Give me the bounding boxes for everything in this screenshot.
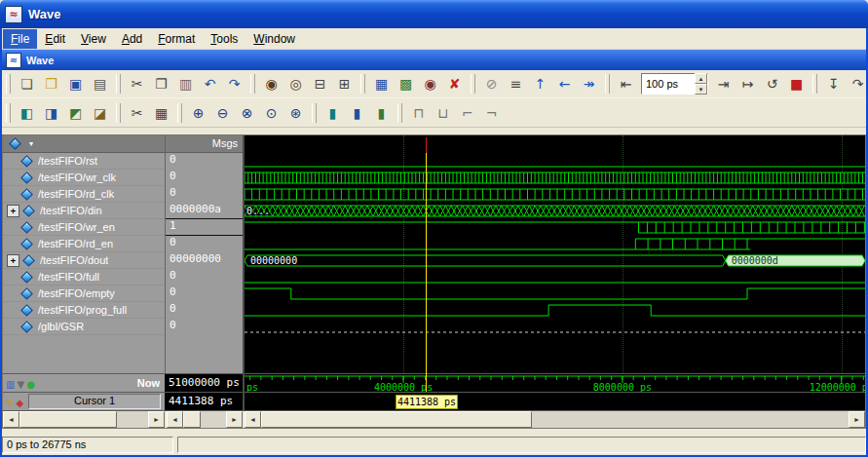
run-length-value[interactable]: 100 ps xyxy=(642,78,695,90)
find-button[interactable]: ◉ xyxy=(260,73,283,95)
signal-row-dout[interactable]: /testFIFO/dout xyxy=(3,252,165,269)
add-cursor-button[interactable]: ◧ xyxy=(16,102,38,124)
waveform-rd_en[interactable] xyxy=(245,236,865,252)
signal-value-rd_clk[interactable]: 0 xyxy=(166,186,243,203)
scroll-right-icon[interactable] xyxy=(148,411,165,428)
cut-wave-button[interactable]: ✂ xyxy=(126,102,148,124)
signal-value-prog_full[interactable]: 0 xyxy=(166,302,243,319)
redo-button[interactable]: ↷ xyxy=(223,73,245,95)
previous-transition-button[interactable]: ← xyxy=(553,73,576,95)
cursor-line[interactable] xyxy=(426,153,427,392)
msgs-column-header[interactable]: Msgs xyxy=(165,135,243,153)
signal-value-dout[interactable]: 00000000 xyxy=(166,252,243,269)
signal-row-empty[interactable]: /testFIFO/empty xyxy=(3,286,165,302)
delete-cursor-button[interactable]: ◨ xyxy=(40,102,62,124)
menu-file[interactable]: File xyxy=(3,29,37,49)
menu-tools[interactable]: Tools xyxy=(203,29,245,49)
pane-titlebar[interactable]: Wave xyxy=(2,50,866,70)
zoom-range-button[interactable]: ⊙ xyxy=(260,102,283,124)
signals-dropdown-icon[interactable] xyxy=(9,137,21,150)
wave-scrollbar[interactable] xyxy=(245,411,865,428)
signal-value-wr_clk[interactable]: 0 xyxy=(166,170,243,186)
waveform-prog_full[interactable] xyxy=(245,302,865,319)
signal-row-prog_full[interactable]: /testFIFO/prog_full xyxy=(3,302,165,319)
spin-down-icon[interactable]: ▼ xyxy=(695,84,707,95)
undo-button[interactable]: ↶ xyxy=(199,73,221,95)
run-button[interactable]: ⇥ xyxy=(712,73,735,95)
window-titlebar[interactable]: Wave xyxy=(0,0,868,28)
expand-icon-din[interactable] xyxy=(7,205,19,217)
timeline-ruler[interactable]: 4000000 ps8000000 ps12000000 psps xyxy=(245,374,865,392)
waveform-wr_clk[interactable] xyxy=(245,170,865,186)
scroll-right-icon[interactable] xyxy=(226,411,243,428)
run-indicator-icon[interactable]: ● xyxy=(26,379,35,390)
waveform-canvas[interactable]: 0...000000000000000d xyxy=(245,135,865,373)
expanded-time-deltas-button[interactable]: ⊓ xyxy=(407,102,430,124)
signal-row-din[interactable]: /testFIFO/din xyxy=(3,203,165,219)
collapse-all-time-button[interactable]: ¬ xyxy=(480,102,503,124)
no-force-button[interactable]: ⊘ xyxy=(480,73,503,95)
names-column-header[interactable]: ▾ xyxy=(3,135,165,153)
signal-row-full[interactable]: /testFIFO/full xyxy=(3,269,165,286)
view-pane-columns-button[interactable]: ▮ xyxy=(370,102,393,124)
signal-row-rd_en[interactable]: /testFIFO/rd_en xyxy=(3,236,165,252)
scroll-left-icon[interactable] xyxy=(245,411,261,428)
expand-all-time-button[interactable]: ⌐ xyxy=(456,102,478,124)
memory-view-button[interactable]: ▩ xyxy=(395,73,417,95)
expand-icon-dout[interactable] xyxy=(7,254,19,267)
scroll-left-icon[interactable] xyxy=(167,411,183,428)
wave-window-icon[interactable]: ▥ xyxy=(6,379,15,390)
cursor1-track[interactable]: 4411388 ps xyxy=(245,393,865,410)
view-pane-split-button[interactable]: ▮ xyxy=(346,102,368,124)
run-all-button[interactable]: ↺ xyxy=(761,73,783,95)
add-to-wave-button[interactable]: ▦ xyxy=(370,73,393,95)
collapse-all-button[interactable]: ⊟ xyxy=(309,73,331,95)
cursor-edit-icon[interactable]: ✎ xyxy=(6,398,14,408)
cursor1-name-box[interactable]: Cursor 1 xyxy=(28,394,161,409)
scroll-right-icon[interactable] xyxy=(849,411,865,428)
signal-row-wr_clk[interactable]: /testFIFO/wr_clk xyxy=(3,170,165,186)
signal-row-GSR[interactable]: /glbl/GSR xyxy=(3,319,165,335)
view-pane-single-button[interactable]: ▮ xyxy=(321,102,344,124)
waveform-rst[interactable] xyxy=(245,153,865,170)
run-length-spinbox[interactable]: 100 ps▲▼ xyxy=(641,73,708,95)
spin-up-icon[interactable]: ▲ xyxy=(695,73,707,84)
zoom-in-button[interactable]: ⊕ xyxy=(187,102,209,124)
names-scrollbar[interactable] xyxy=(3,411,165,428)
cursor-time-flag[interactable]: 4411388 ps xyxy=(396,395,458,409)
find-next-button[interactable]: ◎ xyxy=(284,73,307,95)
signal-value-GSR[interactable]: 0 xyxy=(166,319,243,335)
values-scrollbar[interactable] xyxy=(167,411,243,428)
restart-button[interactable]: ⇤ xyxy=(615,73,637,95)
find-signal-button[interactable]: ◉ xyxy=(419,73,441,95)
cursor-lock-icon[interactable]: ◆ xyxy=(16,398,23,408)
waveform-rd_clk[interactable] xyxy=(245,186,865,203)
waveform-full[interactable] xyxy=(245,269,865,286)
print-button[interactable]: ▤ xyxy=(89,73,111,95)
expanded-time-events-button[interactable]: ⊔ xyxy=(432,102,454,124)
signal-value-din[interactable]: 0000000a xyxy=(166,203,243,219)
cut-button[interactable]: ✂ xyxy=(126,73,148,95)
copy-button[interactable]: ❐ xyxy=(150,73,172,95)
open-file-button[interactable]: ❒ xyxy=(40,73,62,95)
menu-add[interactable]: Add xyxy=(114,29,150,49)
signal-value-rst[interactable]: 0 xyxy=(166,153,243,170)
waveform-empty[interactable] xyxy=(245,286,865,302)
signal-value-wr_en[interactable]: 1 xyxy=(166,219,243,236)
next-transition-button[interactable]: ↠ xyxy=(578,73,600,95)
new-file-button[interactable]: ❏ xyxy=(16,73,38,95)
paste-button[interactable]: ▥ xyxy=(174,73,197,95)
waveform-wr_en[interactable] xyxy=(245,219,865,236)
signal-value-full[interactable]: 0 xyxy=(166,269,243,286)
waveform-GSR[interactable] xyxy=(245,319,865,335)
find-previous-transition-button[interactable]: ↑ xyxy=(529,73,551,95)
step-over-button[interactable]: ↷ xyxy=(847,73,868,95)
signal-value-empty[interactable]: 0 xyxy=(166,286,243,302)
signal-row-rst[interactable]: /testFIFO/rst xyxy=(3,153,165,170)
waveform-dout[interactable]: 000000000000000d xyxy=(245,252,865,269)
zoom-out-button[interactable]: ⊖ xyxy=(211,102,234,124)
menu-format[interactable]: Format xyxy=(150,29,203,49)
delete-button[interactable]: ✘ xyxy=(443,73,466,95)
break-button[interactable]: ■ xyxy=(785,73,808,95)
signal-row-rd_clk[interactable]: /testFIFO/rd_clk xyxy=(3,186,165,203)
